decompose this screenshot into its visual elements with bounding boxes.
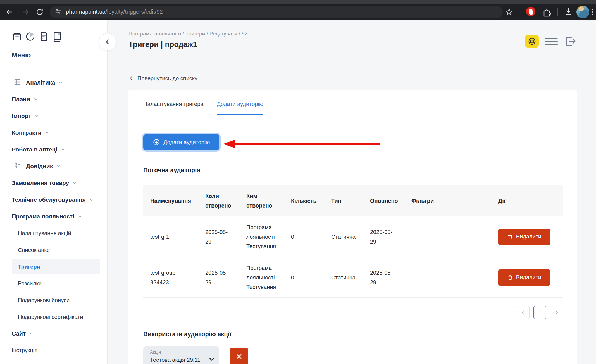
column-header: Найменування (143, 196, 198, 206)
sidebar-item-questionnaires[interactable]: Список анкет (0, 242, 107, 258)
delete-audience-button[interactable]: Видалити (498, 269, 550, 286)
main-content: Програма лояльності / Тригери / Редагува… (108, 20, 596, 364)
sidebar-item-contracts[interactable]: Контракти (0, 124, 107, 141)
profile-avatar[interactable] (576, 6, 589, 18)
download-icon[interactable] (563, 7, 574, 17)
url-host: pharmapoint.ua (66, 9, 106, 15)
column-header: Ким створено (239, 191, 284, 210)
sidebar-item-label: Список анкет (18, 247, 52, 253)
delete-button-label: Видалити (516, 233, 541, 240)
chevron-down-icon (209, 356, 215, 362)
delete-button-label: Видалити (516, 274, 541, 281)
table-row: test-g-1 2025-05-29 Програма лояльності … (143, 216, 563, 257)
column-header: Дії (498, 196, 563, 206)
sidebar-item-gift-certificates[interactable]: Подарункові сертифікати (0, 308, 107, 325)
pagination-prev-button[interactable] (517, 306, 530, 319)
pagination-page-1[interactable]: 1 (533, 306, 546, 319)
list-details-icon (14, 162, 21, 170)
menu-kebab-icon[interactable] (592, 8, 593, 16)
extensions-puzzle-icon[interactable] (541, 7, 552, 17)
pagination-next-button[interactable] (550, 306, 563, 319)
pie-chart-icon[interactable] (25, 31, 36, 42)
sidebar-item-label: Замовлення товару (12, 180, 69, 186)
chevron-down-icon (35, 114, 39, 118)
reload-icon[interactable] (36, 8, 44, 16)
chevron-down-icon (72, 181, 77, 185)
sidebar-item-label: Технічне обслуговування (12, 196, 86, 203)
sidebar-item-plans[interactable]: Плани (0, 91, 107, 108)
sidebar-item-mailings[interactable]: Розсилки (0, 275, 107, 292)
url-bar[interactable]: pharmapoint.ua/loyalty/triggers/edit/92 (50, 6, 503, 18)
site-info-icon[interactable] (55, 8, 61, 16)
hamburger-menu-icon[interactable] (545, 36, 558, 47)
sidebar-item-label: Плани (12, 96, 30, 103)
app-layout: Меню Аналітика Плани Імпорт Контракти Ро… (0, 20, 596, 364)
column-header: Коли створено (198, 191, 239, 210)
sidebar-item-directory[interactable]: Довідник (0, 158, 107, 175)
column-header: Кількість (284, 196, 324, 206)
logout-icon[interactable] (564, 35, 577, 48)
sidebar-item-site[interactable]: Сайт (0, 325, 107, 342)
audience-count: 0 (284, 232, 324, 242)
created-by: Програма лояльності Тестування (246, 223, 281, 251)
table-row: test-group-324423 2025-05-29 Програма ло… (143, 257, 563, 298)
sidebar-item-instruction[interactable]: Інструкція (0, 342, 107, 359)
sidebar-item-goods-order[interactable]: Замовлення товару (0, 175, 107, 191)
chevron-left-icon (521, 310, 526, 315)
chevron-left-icon (128, 76, 133, 81)
trash-icon (507, 274, 513, 281)
promo-select-label: Акція (150, 350, 214, 355)
promo-select[interactable]: Акція Тестова акція 29.11 (143, 346, 219, 364)
tab-add-audience[interactable]: Додати аудиторію (217, 101, 263, 115)
sidebar-item-promo-settings[interactable]: Налаштування акцій (0, 225, 107, 242)
sidebar-item-label: Налаштування акцій (18, 230, 71, 237)
adblock-stop-hand-icon[interactable] (525, 6, 537, 18)
sidebar-item-triggers[interactable]: Тригери (0, 258, 107, 275)
sidebar-menu: Аналітика Плани Імпорт Контракти Робота … (0, 74, 107, 359)
sidebar-item-maintenance[interactable]: Технічне обслуговування (0, 191, 107, 208)
created-date: 2025-05-29 (205, 227, 232, 246)
plus-circle-icon (153, 139, 160, 146)
created-by: Програма лояльності Тестування (246, 263, 281, 292)
chevron-down-icon (89, 197, 94, 202)
sidebar-collapse-button[interactable] (99, 33, 116, 50)
chevron-down-icon (45, 131, 49, 135)
content-card: Налаштування тригера Додати аудиторію До… (128, 90, 577, 364)
use-audience-title: Використати аудиторію акції (143, 330, 563, 338)
document-icon[interactable] (39, 31, 49, 42)
back-icon[interactable] (6, 8, 13, 16)
sidebar-item-gift-bonuses[interactable]: Подарункові бонуси (0, 292, 107, 308)
sidebar-item-analytics[interactable]: Аналітика (0, 74, 107, 91)
archive-box-icon[interactable] (12, 31, 22, 42)
sidebar-item-label: Робота в аптеці (12, 146, 57, 153)
window-frame (0, 0, 596, 4)
sidebar-item-pharmacy-work[interactable]: Робота в аптеці (0, 141, 107, 158)
forward-icon[interactable] (22, 8, 30, 16)
sidebar-item-loyalty-program[interactable]: Програма лояльності (0, 208, 107, 225)
chevron-up-icon (78, 214, 82, 219)
tab-trigger-settings[interactable]: Налаштування тригера (143, 101, 203, 115)
sidebar: Меню Аналітика Плани Імпорт Контракти Ро… (0, 20, 108, 364)
bookmark-star-icon[interactable] (505, 8, 513, 16)
clear-promo-button[interactable] (230, 348, 248, 364)
updated-date: 2025-05-29 (370, 227, 397, 246)
book-icon[interactable] (52, 31, 63, 42)
language-globe-button[interactable] (525, 35, 539, 48)
add-audience-button[interactable]: Додати аудиторію (143, 134, 219, 150)
sidebar-item-label: Сайт (12, 330, 26, 337)
close-icon (235, 352, 243, 361)
chevron-down-icon (61, 147, 65, 152)
toolbar-divider (557, 8, 558, 16)
created-date: 2025-05-29 (205, 268, 232, 287)
delete-audience-button[interactable]: Видалити (498, 229, 550, 245)
chevron-right-icon (554, 310, 559, 315)
promo-select-value: Тестова акція 29.11 (150, 357, 214, 363)
sidebar-item-label: Контракти (12, 129, 42, 136)
grid-icon (14, 78, 21, 87)
sidebar-item-label: Імпорт (12, 113, 31, 119)
chevron-down-icon (29, 331, 34, 336)
use-audience-row: Акція Тестова акція 29.11 (143, 346, 563, 364)
back-to-list-link[interactable]: Повернутись до списку (108, 67, 596, 90)
sidebar-item-import[interactable]: Імпорт (0, 108, 107, 124)
browser-toolbar: pharmapoint.ua/loyalty/triggers/edit/92 (0, 4, 596, 20)
